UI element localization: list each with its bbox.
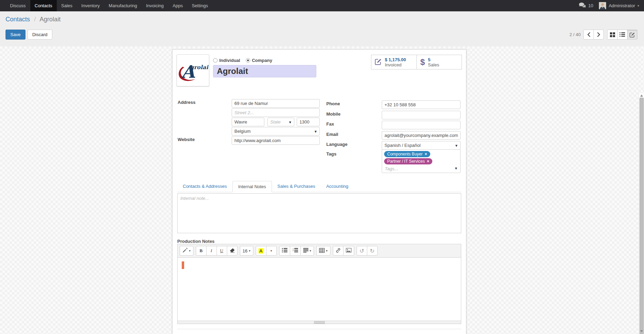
email-input[interactable] (382, 131, 461, 140)
invoiced-amount: $ 1,175.00 (385, 57, 406, 62)
remove-tag-icon[interactable]: × (427, 159, 429, 164)
city-input[interactable] (232, 118, 264, 126)
tags-input-placeholder[interactable]: Tags... (385, 166, 459, 171)
user-menu[interactable]: Administrator (609, 3, 635, 8)
paragraph-align-button[interactable]: ▾ (300, 246, 314, 256)
svg-text:2.: 2. (293, 250, 294, 251)
country-caret-icon: ▼ (314, 130, 317, 133)
nav-item-contacts[interactable]: Contacts (30, 0, 57, 11)
nav-item-manufacturing[interactable]: Manufacturing (104, 0, 141, 11)
redo-button[interactable]: ↻ (367, 246, 378, 256)
font-color-button[interactable]: A (256, 246, 266, 256)
phone-input[interactable] (382, 100, 461, 109)
dollar-icon: $ (420, 58, 425, 66)
street-input[interactable] (232, 99, 320, 108)
picture-icon (346, 248, 351, 254)
nav-item-discuss[interactable]: Discuss (6, 0, 30, 11)
italic-button[interactable]: I (206, 246, 217, 256)
nav-item-inventory[interactable]: Inventory (77, 0, 104, 11)
eraser-button[interactable] (227, 246, 237, 256)
window-scrollbar[interactable] (638, 93, 644, 334)
internal-notes-textarea[interactable] (177, 193, 461, 233)
state-select[interactable]: State ▼ (267, 118, 294, 126)
breadcrumb-separator: / (32, 16, 38, 23)
bold-button[interactable]: B (196, 246, 207, 256)
messages-count[interactable]: 10 (588, 3, 593, 8)
color-dropdown-button[interactable]: ▾ (266, 246, 277, 256)
tab-accounting[interactable]: Accounting (321, 181, 354, 192)
svg-text:grolait: grolait (190, 64, 209, 71)
mobile-input[interactable] (382, 111, 461, 119)
editor-content[interactable] (178, 258, 461, 321)
scrollbar-up-icon[interactable] (640, 95, 643, 97)
top-navbar: DiscussContactsSalesInventoryManufacturi… (0, 0, 644, 11)
undo-button[interactable]: ↺ (357, 246, 367, 256)
radio-individual-icon[interactable] (213, 58, 218, 63)
production-notes-editor: ▾BIU16▾A▾1.2.▾▾↺↻ (177, 244, 461, 324)
italic-button-label: I (211, 248, 212, 254)
language-label: Language (326, 142, 347, 147)
breadcrumb-contacts-link[interactable]: Contacts (6, 16, 30, 23)
ordered-list-button[interactable]: 1.2. (290, 246, 301, 256)
tab-internal-notes[interactable]: Internal Notes (232, 181, 272, 192)
messages-icon[interactable] (579, 2, 586, 9)
unordered-list-button[interactable] (279, 246, 290, 256)
toolbar-group: 1.2.▾ (279, 246, 314, 256)
sales-label: Sales (428, 62, 439, 67)
nav-item-apps[interactable]: Apps (168, 0, 188, 11)
toolbar-group: ▾ (180, 246, 193, 256)
pager-previous-button[interactable] (583, 30, 594, 40)
nav-item-settings[interactable]: Settings (187, 0, 212, 11)
state-caret-icon: ▼ (288, 120, 292, 124)
tags-field[interactable]: Components Buyer×Partner / IT Services× … (382, 149, 461, 173)
sales-count: 5 (428, 57, 439, 62)
resize-grip-icon (314, 321, 325, 324)
remove-tag-icon[interactable]: × (425, 152, 427, 157)
font-size-button[interactable]: 16▾ (240, 246, 253, 256)
table-button[interactable]: ▾ (316, 246, 330, 256)
tab-sales-purchases[interactable]: Sales & Purchases (272, 181, 321, 192)
street2-input[interactable] (232, 108, 320, 117)
style-button[interactable]: ▾ (180, 246, 193, 256)
text-cursor (182, 261, 184, 269)
company-name-input[interactable] (213, 65, 316, 77)
address-label: Address (178, 100, 196, 105)
scrollbar-thumb[interactable] (640, 98, 644, 334)
fax-label: Fax (326, 121, 334, 127)
toolbar-group: ↺↻ (357, 246, 378, 256)
discard-button[interactable]: Discard (28, 30, 52, 40)
company-logo[interactable]: A grolait (177, 54, 209, 86)
fax-input[interactable] (382, 121, 461, 129)
form-view-button[interactable] (627, 30, 637, 40)
radio-individual[interactable]: Individual (213, 58, 240, 63)
language-select[interactable]: Spanish / Español ▼ (382, 141, 461, 150)
radio-company-icon[interactable] (246, 58, 250, 63)
list-view-button[interactable] (617, 30, 627, 40)
nav-item-invoicing[interactable]: Invoicing (141, 0, 168, 11)
save-button[interactable]: Save (6, 30, 25, 40)
nav-item-sales[interactable]: Sales (57, 0, 77, 11)
website-input[interactable] (232, 136, 320, 145)
production-notes-label: Production Notes (177, 239, 214, 244)
country-select[interactable]: Belgium ▼ (232, 127, 320, 136)
sales-stat-button[interactable]: $ 5 Sales (416, 55, 462, 69)
underline-button[interactable]: U (217, 246, 227, 256)
invoiced-stat-button[interactable]: $ 1,175.00 Invoiced (371, 55, 416, 69)
zip-input[interactable] (297, 118, 320, 126)
picture-button[interactable] (343, 246, 354, 256)
kanban-view-button[interactable] (607, 30, 617, 40)
navbar-right: 10 Administrator ▾ (579, 0, 644, 11)
tag-label: Components Buyer (387, 152, 423, 157)
avatar[interactable] (599, 2, 606, 9)
control-panel: Contacts / Agrolait Save Discard 2 / 40 (0, 11, 644, 46)
toolbar-group: 16▾ (240, 246, 253, 256)
radio-individual-label: Individual (219, 58, 240, 63)
editor-resize-handle[interactable] (178, 321, 461, 324)
radio-company[interactable]: Company (246, 58, 272, 63)
link-button[interactable] (333, 246, 344, 256)
tab-contacts-addresses[interactable]: Contacts & Addresses (177, 181, 232, 192)
company-type-radios: Individual Company (213, 58, 272, 63)
scrollbar-down-icon[interactable] (640, 330, 643, 332)
editor-toolbar: ▾BIU16▾A▾1.2.▾▾↺↻ (178, 244, 461, 258)
pager-next-button[interactable] (593, 30, 604, 40)
